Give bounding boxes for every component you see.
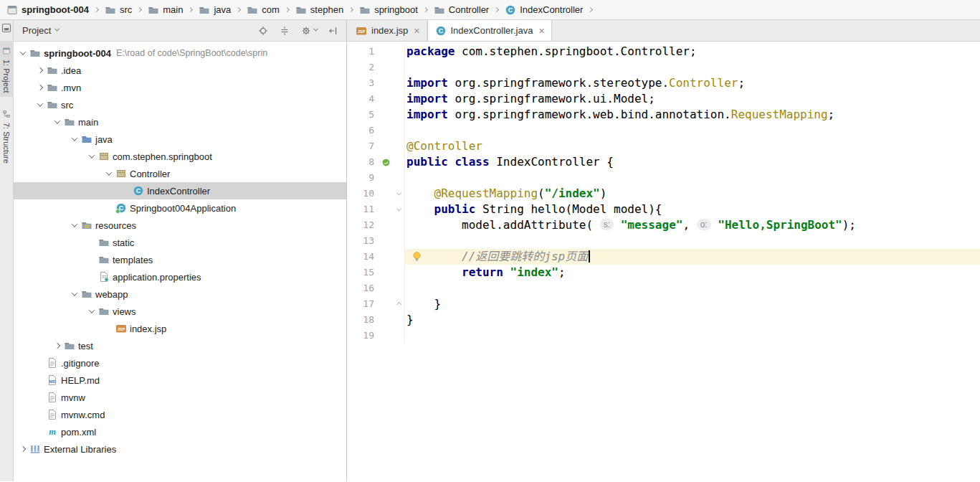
code-editor[interactable]: 1package com.stephen.springboot.Controll…: [347, 42, 980, 481]
locate-icon: [257, 25, 270, 37]
fold-column: [393, 60, 404, 75]
fold-marker-icon[interactable]: [393, 202, 404, 217]
code-line: 15 return "index";: [347, 265, 980, 280]
tree-expand-toggle[interactable]: [34, 103, 46, 107]
tree-item-springboot-004[interactable]: springboot-004E:\road of code\SpringBoot…: [14, 44, 346, 62]
tree-item-springboot004application[interactable]: CSpringboot004Application: [14, 199, 346, 217]
gutter-slot: [379, 328, 393, 344]
tree-item--gitignore[interactable]: .gitignore: [14, 354, 346, 372]
code-text: @Controller: [404, 138, 980, 154]
gear-icon: [300, 25, 313, 37]
code-line: 12 model.addAttribute( s: "message", o: …: [347, 217, 980, 233]
tree-item-test[interactable]: test: [14, 337, 346, 354]
code-text: [404, 233, 980, 249]
folder-icon: [80, 288, 93, 300]
tool-button-project[interactable]: 1: Project: [0, 41, 14, 97]
tree-item-templates[interactable]: templates: [14, 251, 346, 268]
tree-expand-toggle[interactable]: [16, 51, 29, 55]
folder-res-icon: [80, 219, 93, 231]
tool-windows-switcher-icon[interactable]: [0, 22, 13, 34]
locate-button[interactable]: [257, 25, 270, 37]
folder-icon: [46, 65, 59, 76]
tool-button-structure[interactable]: 7: Structure: [0, 104, 14, 168]
breadcrumb-item[interactable]: CIndexController: [503, 4, 584, 16]
tree-expand-toggle[interactable]: [34, 85, 46, 90]
tree-item-pom-xml[interactable]: mpom.xml: [14, 423, 346, 440]
tree-item-controller[interactable]: Controller: [14, 165, 346, 182]
gutter-slot: [379, 75, 393, 91]
editor-tab-index-jsp[interactable]: JSPindex.jsp×: [348, 20, 427, 41]
tab-close-icon[interactable]: ×: [538, 26, 544, 36]
tree-expand-toggle[interactable]: [85, 154, 97, 159]
line-number: 5: [347, 107, 379, 123]
tree-expand-toggle[interactable]: [68, 223, 80, 227]
tree-expand-toggle[interactable]: [85, 309, 97, 313]
svg-text:C: C: [136, 187, 141, 194]
tree-expand-toggle[interactable]: [51, 120, 63, 124]
tree-expand-toggle[interactable]: [16, 447, 29, 451]
lib-icon: [29, 443, 42, 455]
tree-item-com-stephen-springboot[interactable]: com.stephen.springboot: [14, 148, 346, 165]
line-number: 2: [347, 60, 379, 75]
file-icon: [46, 409, 59, 420]
editor-tabs: JSPindex.jsp×CIndexController.java×: [347, 20, 980, 42]
code-line: 4import org.springframework.ui.Model;: [347, 91, 980, 107]
code-line: 2: [347, 60, 980, 75]
tree-item-mvnw[interactable]: mvnw: [14, 389, 346, 406]
hide-button[interactable]: [326, 25, 339, 37]
editor-tab-indexcontroller-java[interactable]: CIndexController.java×: [427, 20, 552, 41]
breadcrumb-item[interactable]: main: [146, 4, 184, 16]
tree-item-index-jsp[interactable]: JSPindex.jsp: [14, 320, 346, 337]
collapse-button[interactable]: [278, 25, 291, 37]
code-line: 9: [347, 170, 980, 186]
structure-tool-icon: [0, 108, 13, 120]
tree-expand-toggle[interactable]: [68, 292, 80, 296]
folder-icon: [147, 4, 160, 16]
intention-bulb-icon[interactable]: [411, 250, 423, 263]
tree-item-webapp[interactable]: webapp: [14, 285, 346, 303]
gear-button[interactable]: [300, 25, 318, 37]
tree-item-static[interactable]: static: [14, 234, 346, 251]
folder-icon: [433, 4, 446, 16]
chevron-right-icon: [54, 343, 60, 349]
gutter-slot: [379, 107, 393, 123]
tree-item-label: HELP.md: [61, 375, 100, 386]
tab-label: index.jsp: [371, 25, 408, 36]
tree-item-java[interactable]: java: [14, 131, 346, 148]
breadcrumb-item[interactable]: src: [103, 4, 133, 16]
breadcrumb-item[interactable]: springboot: [357, 4, 419, 16]
tree-item-application-properties[interactable]: application.properties: [14, 268, 346, 285]
tab-close-icon[interactable]: ×: [414, 26, 419, 36]
spring-bean-gutter-icon[interactable]: [379, 154, 393, 170]
tree-item-views[interactable]: views: [14, 303, 346, 320]
tree-expand-toggle[interactable]: [103, 171, 115, 176]
folder-icon: [198, 4, 211, 16]
tree-item--idea[interactable]: .idea: [14, 62, 346, 79]
tree-item-external-libraries[interactable]: External Libraries: [14, 440, 346, 458]
tree-item--mvn[interactable]: .mvn: [14, 79, 346, 96]
line-number: 7: [347, 138, 379, 154]
tree-item-src[interactable]: src: [14, 96, 346, 113]
breadcrumb-item[interactable]: com: [244, 4, 281, 16]
tree-expand-toggle[interactable]: [34, 68, 46, 72]
tree-item-resources[interactable]: resources: [14, 217, 346, 234]
tree-item-help-md[interactable]: MDHELP.md: [14, 372, 346, 389]
tree-item-main[interactable]: main: [14, 113, 346, 131]
breadcrumb-item[interactable]: java: [196, 4, 232, 16]
project-view-selector[interactable]: Project: [22, 25, 59, 36]
breadcrumb-separator-icon: [285, 7, 290, 12]
tree-item-indexcontroller[interactable]: CIndexController: [14, 182, 346, 199]
breadcrumb-item[interactable]: Controller: [432, 4, 490, 16]
fold-marker-icon[interactable]: [393, 186, 404, 202]
tree-expand-toggle[interactable]: [51, 344, 63, 348]
tree-expand-toggle[interactable]: [68, 137, 80, 141]
line-number: 16: [347, 280, 379, 296]
fold-column: [393, 217, 404, 233]
project-tool-icon: [0, 45, 13, 57]
breadcrumb-item[interactable]: stephen: [293, 4, 345, 16]
breadcrumb-item[interactable]: springboot-004: [4, 4, 90, 16]
tree-item-mvnw-cmd[interactable]: mvnw.cmd: [14, 406, 346, 423]
project-panel-actions: [257, 25, 339, 37]
fold-marker-icon[interactable]: [393, 296, 404, 312]
line-number: 14: [347, 249, 379, 265]
